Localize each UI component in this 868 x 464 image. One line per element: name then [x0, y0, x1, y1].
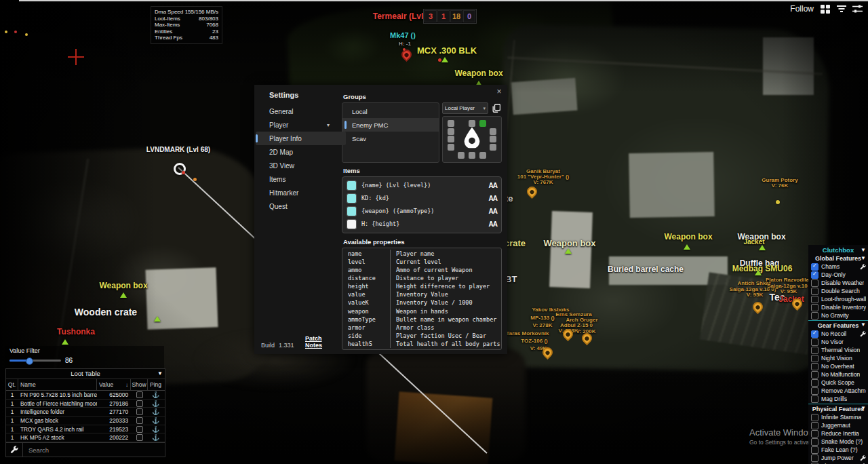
settings-nav-item[interactable]: 2D Map	[254, 145, 339, 159]
group-list-item[interactable]: Scav	[342, 132, 439, 145]
settings-nav-item[interactable]: General	[254, 104, 339, 118]
marker-position-cell[interactable]	[490, 136, 496, 142]
feature-toggle-row[interactable]: Disable Inventory Blur	[808, 303, 868, 311]
feature-toggle-row[interactable]: Remove Attachments	[808, 387, 868, 395]
font-size-button[interactable]: AA	[489, 195, 497, 202]
property-row[interactable]: valueK Inventory Value / 1000	[342, 298, 501, 307]
font-size-button[interactable]: AA	[489, 208, 497, 215]
loot-table-row[interactable]: 1 MCX gas block 220333	[6, 417, 165, 425]
property-row[interactable]: armor Armor class	[342, 324, 501, 332]
color-swatch[interactable]	[347, 219, 357, 229]
marker-position-cell[interactable]	[479, 120, 486, 127]
property-row[interactable]: level Current level	[342, 258, 501, 266]
label-template-text[interactable]: H: {height}	[361, 220, 399, 227]
font-size-button[interactable]: AA	[489, 220, 497, 228]
label-template-text[interactable]: {weapon} ({ammoType})	[361, 208, 434, 214]
loot-table-row[interactable]: 1 Intelligence folder 277170	[6, 408, 165, 417]
feature-checkbox[interactable]	[811, 288, 818, 295]
settings-nav-item[interactable]: 3D View	[254, 159, 339, 172]
property-row[interactable]: name Player name	[342, 250, 501, 258]
feature-checkbox[interactable]	[811, 339, 818, 346]
feature-checkbox[interactable]	[811, 438, 818, 446]
property-row[interactable]: ammoType Bullet name in weapon chamber	[342, 315, 501, 324]
property-row[interactable]: value Inventory Value	[342, 290, 501, 298]
label-template-text[interactable]: KD: {kd}	[361, 195, 389, 201]
ping-anchor-icon[interactable]	[148, 426, 163, 433]
feature-toggle-row[interactable]: Fake Lean (?)	[808, 446, 868, 454]
show-checkbox[interactable]	[136, 426, 143, 433]
marker-position-cell[interactable]	[448, 128, 454, 135]
feature-toggle-row[interactable]: No Malfunction	[808, 370, 868, 379]
color-swatch[interactable]	[347, 206, 357, 216]
feature-toggle-row[interactable]: Quick Scope	[808, 379, 868, 387]
feature-toggle-row[interactable]: No Overheat	[808, 362, 868, 370]
group-list-item[interactable]: Enemy PMC	[342, 118, 439, 132]
collapse-chevron-icon[interactable]	[157, 369, 163, 379]
wrench-icon[interactable]	[860, 331, 866, 337]
property-row[interactable]: distance Distance to player	[342, 274, 501, 282]
feature-toggle-row[interactable]: Juggernaut	[808, 421, 868, 429]
feature-toggle-row[interactable]: Day-Only	[808, 271, 868, 279]
ping-anchor-icon[interactable]	[148, 408, 163, 415]
marker-position-cell[interactable]	[458, 152, 465, 159]
collapse-chevron-icon[interactable]	[861, 254, 866, 263]
wrench-icon[interactable]	[6, 443, 23, 457]
feature-checkbox[interactable]	[811, 271, 818, 279]
filter-lines-icon[interactable]	[836, 4, 846, 14]
sliders-icon[interactable]	[852, 4, 863, 14]
feature-toggle-row[interactable]: Chams	[808, 263, 868, 271]
loot-search-input[interactable]	[23, 443, 165, 457]
wrench-icon[interactable]	[860, 455, 866, 461]
feature-checkbox[interactable]	[811, 355, 818, 362]
marker-position-cell[interactable]	[479, 152, 486, 159]
feature-toggle-row[interactable]: Night Vision	[808, 354, 868, 362]
property-row[interactable]: height Height difference to player	[342, 282, 501, 290]
col-value[interactable]: Value	[97, 379, 131, 390]
settings-nav-item[interactable]: Quest	[254, 199, 339, 213]
feature-checkbox[interactable]	[811, 263, 818, 271]
marker-position-cell[interactable]	[469, 152, 475, 159]
marker-position-cell[interactable]	[448, 144, 454, 151]
feature-checkbox[interactable]	[811, 455, 818, 462]
feature-checkbox[interactable]	[811, 379, 818, 387]
label-template-text[interactable]: {name} (Lvl {level})	[361, 182, 431, 189]
feature-checkbox[interactable]	[811, 296, 818, 303]
feature-toggle-row[interactable]: No Gravity	[808, 311, 868, 320]
feature-checkbox[interactable]	[811, 395, 818, 403]
show-checkbox[interactable]	[136, 391, 143, 398]
font-size-button[interactable]: AA	[489, 182, 497, 189]
ping-anchor-icon[interactable]	[148, 400, 163, 407]
loot-table-row[interactable]: 1 HK MP5 A2 stock 200222	[6, 433, 165, 442]
feature-toggle-row[interactable]: Thermal Vision	[808, 346, 868, 354]
value-filter-slider[interactable]	[9, 360, 61, 362]
loot-table-row[interactable]: 1 Bottle of Fierce Hatchling moonshine 2…	[6, 400, 165, 408]
feature-toggle-row[interactable]: Snake Mode (?)	[808, 438, 868, 446]
feature-checkbox[interactable]	[811, 422, 818, 429]
group-list-item[interactable]: Local	[342, 104, 439, 118]
marker-position-cell[interactable]	[490, 128, 496, 135]
feature-checkbox[interactable]	[811, 387, 818, 395]
feature-checkbox[interactable]	[811, 312, 818, 320]
slider-handle[interactable]	[26, 357, 33, 365]
marker-position-cell[interactable]	[448, 136, 454, 142]
follow-button[interactable]: Follow	[790, 4, 814, 14]
player-type-dropdown[interactable]: Local Player	[442, 102, 488, 114]
settings-nav-item[interactable]: Player	[254, 118, 339, 132]
feature-checkbox[interactable]	[811, 430, 818, 438]
feature-checkbox[interactable]	[811, 371, 818, 379]
feature-checkbox[interactable]	[811, 347, 818, 354]
feature-checkbox[interactable]	[811, 414, 818, 421]
collapse-chevron-icon[interactable]	[861, 404, 866, 412]
loot-table-row[interactable]: 1 TROY QARS 4.2 inch rail 219523	[6, 425, 165, 434]
loot-table-row[interactable]: 1 FN P90 5.7x28 10.5 inch barrel 625000	[6, 391, 165, 400]
settings-nav-item[interactable]: Player Info	[256, 132, 346, 145]
feature-toggle-row[interactable]: No Recoil	[808, 330, 868, 338]
ping-anchor-icon[interactable]	[148, 434, 163, 441]
feature-toggle-row[interactable]: Mag Drills	[808, 395, 868, 403]
feature-toggle-row[interactable]: Infinite Stamina	[808, 413, 868, 421]
property-row[interactable]: healthS Total health of all body parts	[342, 340, 501, 348]
feature-toggle-row[interactable]: Disable Weather	[808, 279, 868, 287]
feature-checkbox[interactable]	[811, 446, 818, 454]
layout-grid-icon[interactable]	[820, 4, 830, 14]
feature-checkbox[interactable]	[811, 330, 818, 338]
